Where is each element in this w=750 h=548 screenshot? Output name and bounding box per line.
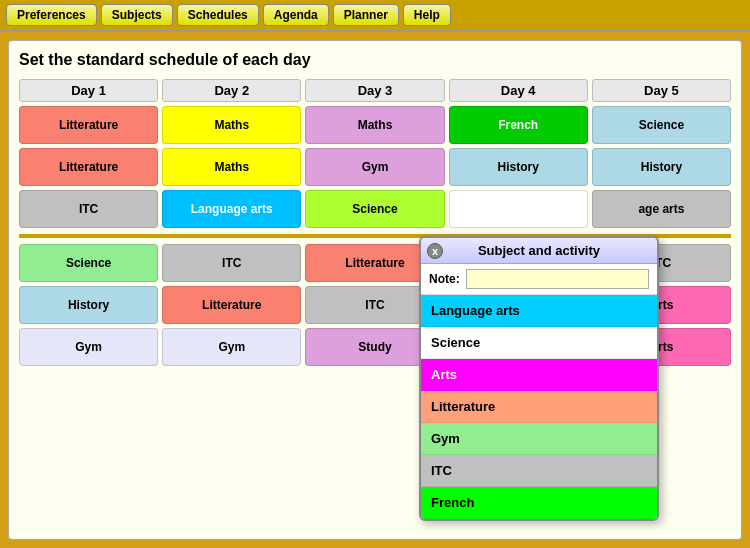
cell-r2-d1[interactable]: Litterature (19, 148, 158, 186)
nav-subjects-button[interactable]: Subjects (101, 4, 173, 26)
cell-r5-d2[interactable]: Litterature (162, 286, 301, 324)
cell-r2-d4[interactable]: History (449, 148, 588, 186)
cell-r1-d3[interactable]: Maths (305, 106, 444, 144)
nav-schedules-button[interactable]: Schedules (177, 4, 259, 26)
day-header-1: Day 1 (19, 79, 158, 102)
cell-r1-d1[interactable]: Litterature (19, 106, 158, 144)
cell-r2-d3[interactable]: Gym (305, 148, 444, 186)
popup-title: Subject and activity (478, 243, 600, 258)
cell-r4-d2[interactable]: ITC (162, 244, 301, 282)
nav-planner-button[interactable]: Planner (333, 4, 399, 26)
cell-r2-d5[interactable]: History (592, 148, 731, 186)
day-header-3: Day 3 (305, 79, 444, 102)
cell-r3-d3[interactable]: Science (305, 190, 444, 228)
popup-item-language-arts[interactable]: Language arts (421, 295, 657, 327)
cell-r6-d1[interactable]: Gym (19, 328, 158, 366)
popup-item-french[interactable]: French (421, 487, 657, 519)
popup-note-input[interactable] (466, 269, 649, 289)
cell-r1-d2[interactable]: Maths (162, 106, 301, 144)
cell-r3-d2[interactable]: Language arts (162, 190, 301, 228)
cell-r6-d2[interactable]: Gym (162, 328, 301, 366)
cell-r3-d4[interactable] (449, 190, 588, 228)
popup-item-gym[interactable]: Gym (421, 423, 657, 455)
day-header-4: Day 4 (449, 79, 588, 102)
popup-item-litterature[interactable]: Litterature (421, 391, 657, 423)
cell-r3-d1[interactable]: ITC (19, 190, 158, 228)
main-content: Set the standard schedule of each day Da… (8, 40, 742, 540)
cell-r2-d2[interactable]: Maths (162, 148, 301, 186)
subject-activity-popup: x Subject and activity Note: Language ar… (419, 236, 659, 521)
popup-item-science[interactable]: Science (421, 327, 657, 359)
cell-r4-d1[interactable]: Science (19, 244, 158, 282)
cell-r3-d5[interactable]: age arts (592, 190, 731, 228)
popup-header: x Subject and activity (421, 238, 657, 264)
popup-note-label: Note: (429, 272, 460, 286)
nav-preferences-button[interactable]: Preferences (6, 4, 97, 26)
page-title: Set the standard schedule of each day (19, 51, 731, 69)
popup-item-itc[interactable]: ITC (421, 455, 657, 487)
cell-r5-d1[interactable]: History (19, 286, 158, 324)
day-header-5: Day 5 (592, 79, 731, 102)
nav-agenda-button[interactable]: Agenda (263, 4, 329, 26)
popup-close-button[interactable]: x (427, 243, 443, 259)
day-header-2: Day 2 (162, 79, 301, 102)
nav-bar: Preferences Subjects Schedules Agenda Pl… (0, 0, 750, 32)
cell-r1-d5[interactable]: Science (592, 106, 731, 144)
popup-note-row: Note: (421, 264, 657, 295)
nav-help-button[interactable]: Help (403, 4, 451, 26)
cell-r1-d4[interactable]: French (449, 106, 588, 144)
popup-item-arts[interactable]: Arts (421, 359, 657, 391)
